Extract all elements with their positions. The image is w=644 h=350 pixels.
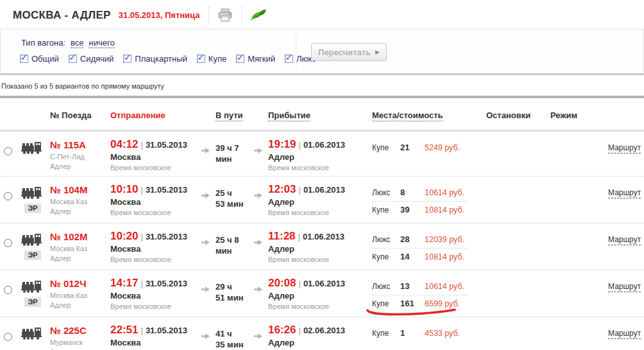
seat-count[interactable]: 13 — [400, 281, 425, 291]
seat-class: Купе — [372, 329, 400, 338]
route-cell: Маршрут — [608, 324, 644, 350]
arrow-cell — [254, 138, 268, 171]
seat-count[interactable]: 14 — [400, 252, 425, 261]
duration-cell: 41 ч 35 мин — [216, 324, 254, 350]
seat-class: Купе — [372, 206, 400, 214]
vagon-type-checkbox[interactable]: ✓ Плацкартный — [123, 54, 187, 64]
train-origin-destination: Мурманск Адлер — [50, 338, 110, 350]
vagon-type-checkbox[interactable]: ✓ Сидячий — [69, 54, 114, 64]
arrival-station: Адлер — [268, 197, 364, 207]
arrival-station: Адлер — [268, 291, 364, 301]
route-cell: Маршрут — [608, 183, 644, 218]
seat-price[interactable]: 5249 руб. — [425, 143, 468, 152]
train-row: ЭР № 102М Москва Каз Адлер 10:20|31.05.2… — [0, 223, 644, 270]
train-select-radio[interactable] — [4, 147, 12, 155]
seat-class-entry: Купе 39 10814 руб. — [372, 201, 468, 218]
train-row: № 225С Мурманск Адлер 22:51|31.05.2013 М… — [0, 317, 644, 350]
train-icon — [21, 237, 44, 248]
seat-price[interactable]: 12039 руб. — [425, 235, 468, 244]
train-select-radio[interactable] — [4, 333, 12, 341]
checkbox-icon: ✓ — [236, 55, 244, 63]
arrow-cell — [201, 230, 216, 265]
seat-price[interactable]: 10614 руб. — [425, 188, 468, 197]
train-select-radio[interactable] — [4, 192, 12, 200]
checkbox-label: Плацкартный — [135, 54, 187, 64]
checkbox-icon: ✓ — [20, 55, 28, 63]
mode-cell — [550, 324, 608, 350]
arrow-cell — [254, 324, 268, 350]
checkbox-label: Сидячий — [80, 54, 114, 64]
train-select-cell — [0, 183, 15, 218]
departure-date: 31.05.2013 — [146, 185, 187, 195]
seat-class-entry: Люкс 13 10614 руб. — [372, 278, 468, 295]
train-icon — [21, 331, 44, 342]
seat-class: Люкс — [372, 235, 400, 244]
train-origin: Мурманск — [50, 338, 110, 347]
train-origin: Москва Каз — [50, 244, 110, 254]
seat-price[interactable]: 10814 руб. — [425, 206, 468, 214]
departure-date: 31.05.2013 — [146, 279, 187, 288]
recalculate-button[interactable]: Пересчитать ▶ — [311, 43, 387, 61]
vagon-type-checkbox[interactable]: ✓ Общий — [20, 54, 59, 64]
seat-price[interactable]: 4533 руб. — [425, 329, 468, 338]
route-link[interactable]: Маршрут — [608, 188, 641, 198]
mode-cell — [550, 183, 608, 218]
route-link[interactable]: Маршрут — [608, 329, 641, 339]
vagon-type-label-row: Тип вагона:всеничего — [21, 38, 115, 48]
right-arrow-icon — [254, 331, 262, 342]
arrival-date: 01.06.2013 — [303, 185, 345, 195]
seat-price[interactable]: 6599 руб. — [425, 299, 468, 308]
vagon-type-checkbox[interactable]: ✓ Мягкий — [236, 54, 275, 64]
seat-price[interactable]: 10614 руб. — [425, 282, 468, 291]
arrival-timezone: Время московское — [268, 209, 364, 216]
route-link[interactable]: Маршрут — [608, 143, 641, 153]
train-number: № 012Ч — [50, 277, 110, 289]
train-icon-cell: ЭР — [15, 183, 50, 218]
seat-count[interactable]: 8 — [400, 188, 425, 197]
seat-count[interactable]: 39 — [400, 205, 425, 214]
arrival-timezone: Время московское — [268, 164, 364, 171]
seat-class-entry: Купе 14 10814 руб. — [372, 248, 468, 265]
train-category-badge: ЭР — [24, 204, 40, 213]
seat-count[interactable]: 1 — [400, 328, 425, 338]
train-select-radio[interactable] — [4, 286, 12, 294]
seat-count[interactable]: 161 — [400, 299, 425, 308]
train-select-radio[interactable] — [4, 239, 12, 247]
stops-cell — [486, 183, 550, 218]
train-number-cell: № 225С Мурманск Адлер — [50, 324, 110, 350]
route-link[interactable]: Маршрут — [608, 235, 641, 245]
train-origin-destination: С-Пет-Лад Адлер — [50, 152, 110, 171]
col-header-seats-cost[interactable]: Места/стоимость — [364, 110, 486, 121]
col-header-stops: Остановки — [486, 110, 550, 121]
duration-cell: 25 ч 53 мин — [216, 183, 254, 218]
departure-cell: 10:20|31.05.2013 Москва Время московское — [110, 230, 201, 265]
duration-line1: 29 ч — [216, 281, 254, 292]
seat-price[interactable]: 10814 руб. — [425, 252, 468, 261]
mode-cell — [550, 138, 608, 171]
print-icon[interactable] — [217, 8, 233, 22]
arrival-time: 12:03 — [268, 183, 296, 195]
departure-timezone: Время московское — [110, 256, 201, 263]
vagon-type-checkbox[interactable]: ✓ Купе — [197, 54, 226, 64]
right-arrow-icon — [201, 331, 210, 342]
eco-leaf-icon[interactable] — [250, 8, 267, 22]
select-all-link[interactable]: все — [71, 38, 84, 48]
col-header-arrival[interactable]: Прибытие — [268, 110, 364, 121]
pipe-separator: | — [298, 232, 300, 241]
col-header-departure[interactable]: Отправление — [110, 110, 201, 121]
seat-count[interactable]: 28 — [400, 234, 425, 244]
departure-station: Москва — [110, 291, 201, 301]
select-none-link[interactable]: ничего — [89, 38, 114, 48]
header-divider — [241, 6, 242, 24]
results-table-body: № 115А С-Пет-Лад Адлер 04:12|31.05.2013 … — [0, 132, 644, 350]
pipe-separator: | — [298, 279, 300, 288]
train-icon — [21, 145, 44, 156]
duration-line2: мин — [216, 245, 254, 256]
seat-class: Люкс — [372, 188, 400, 197]
seat-count[interactable]: 21 — [400, 143, 425, 152]
train-row: № 115А С-Пет-Лад Адлер 04:12|31.05.2013 … — [0, 132, 644, 177]
departure-timezone: Время московское — [110, 209, 201, 216]
duration-cell: 25 ч 8 мин — [216, 230, 254, 265]
route-link[interactable]: Маршрут — [608, 282, 641, 292]
col-header-duration[interactable]: В пути — [216, 110, 254, 121]
